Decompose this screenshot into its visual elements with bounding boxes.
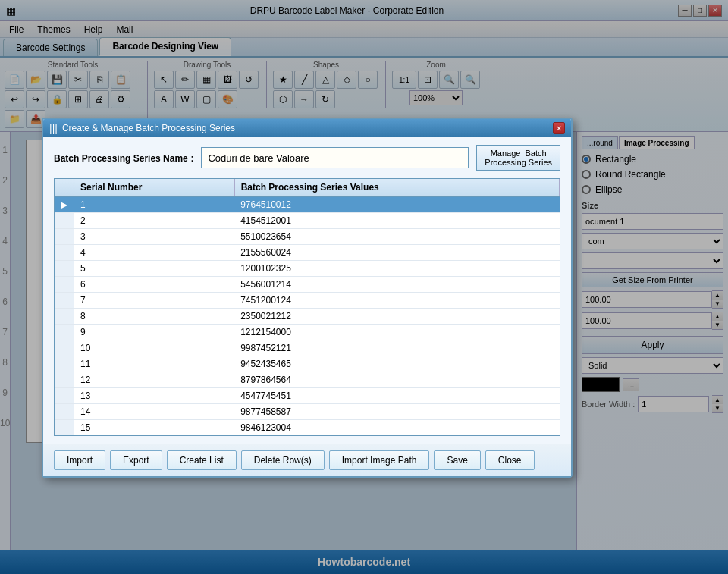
cell-serial: 2 <box>74 213 235 229</box>
row-indicator <box>55 420 74 436</box>
cell-serial: 7 <box>74 293 235 309</box>
manage-series-button[interactable]: Manage BatchProcessing Series <box>476 145 560 171</box>
row-indicator <box>55 325 74 340</box>
modal-icon: ||| <box>49 122 58 134</box>
cell-serial: 8 <box>74 309 235 325</box>
cell-value: 4547745451 <box>234 388 559 404</box>
cell-value: 9877458587 <box>234 404 559 420</box>
table-row[interactable]: 65456001214 <box>55 277 560 293</box>
row-indicator <box>55 245 74 261</box>
table-row[interactable]: 159846123004 <box>55 420 560 436</box>
cell-value: 7451200124 <box>234 293 559 309</box>
row-indicator <box>55 293 74 309</box>
cell-value: 9452435465 <box>234 356 559 372</box>
cell-value: 5456001214 <box>234 277 559 293</box>
cell-value: 1212154000 <box>234 325 559 340</box>
cell-serial: 5 <box>74 261 235 277</box>
table-row[interactable]: 77451200124 <box>55 293 560 309</box>
table-row[interactable]: 134547745451 <box>55 388 560 404</box>
cell-serial: 11 <box>74 356 235 372</box>
close-modal-button[interactable]: Close <box>485 450 535 470</box>
cell-serial: 15 <box>74 420 235 436</box>
row-indicator <box>55 229 74 245</box>
table-row[interactable]: 82350021212 <box>55 309 560 325</box>
col-serial-header: Serial Number <box>74 179 235 196</box>
cell-value: 5510023654 <box>234 229 559 245</box>
row-indicator: ▶ <box>55 196 74 213</box>
table-row[interactable]: 42155560024 <box>55 245 560 261</box>
row-indicator <box>55 372 74 388</box>
cell-serial: 10 <box>74 340 235 356</box>
table-row[interactable]: 149877458587 <box>55 404 560 420</box>
delete-rows-button[interactable]: Delete Row(s) <box>241 450 325 470</box>
cell-value: 1200102325 <box>234 261 559 277</box>
cell-serial: 9 <box>74 325 235 340</box>
row-indicator <box>55 261 74 277</box>
col-indicator-header <box>55 179 74 196</box>
cell-value: 4154512001 <box>234 213 559 229</box>
col-values-header: Batch Processing Series Values <box>234 179 559 196</box>
save-button[interactable]: Save <box>434 450 480 470</box>
table-row[interactable]: 119452435465 <box>55 356 560 372</box>
cell-value: 2155560024 <box>234 245 559 261</box>
modal-name-row: Batch Processing Series Name : Manage Ba… <box>54 145 560 171</box>
cell-value: 9846123004 <box>234 420 559 436</box>
cell-serial: 12 <box>74 372 235 388</box>
table-row[interactable]: 91212154000 <box>55 325 560 340</box>
table-row[interactable]: 24154512001 <box>55 213 560 229</box>
create-list-button[interactable]: Create List <box>167 450 237 470</box>
cell-serial: 13 <box>74 388 235 404</box>
import-button[interactable]: Import <box>54 450 105 470</box>
batch-series-modal: ||| Create & Manage Batch Processing Ser… <box>42 118 573 478</box>
table-row[interactable]: 128797864564 <box>55 372 560 388</box>
table-row[interactable]: 109987452121 <box>55 340 560 356</box>
row-indicator <box>55 340 74 356</box>
import-image-path-button[interactable]: Import Image Path <box>329 450 430 470</box>
row-indicator <box>55 309 74 325</box>
table-row[interactable]: 51200102325 <box>55 261 560 277</box>
modal-footer: Import Export Create List Delete Row(s) … <box>43 444 571 476</box>
cell-value: 2350021212 <box>234 309 559 325</box>
export-button[interactable]: Export <box>110 450 162 470</box>
modal-overlay: ||| Create & Manage Batch Processing Ser… <box>0 0 728 574</box>
cell-serial: 4 <box>74 245 235 261</box>
row-indicator <box>55 356 74 372</box>
cell-serial: 1 <box>74 196 235 213</box>
row-indicator <box>55 213 74 229</box>
cell-value: 8797864564 <box>234 372 559 388</box>
modal-close-button[interactable]: ✕ <box>553 122 565 134</box>
cell-serial: 6 <box>74 277 235 293</box>
modal-title-bar: ||| Create & Manage Batch Processing Ser… <box>43 119 571 137</box>
row-indicator <box>55 404 74 420</box>
modal-body: Batch Processing Series Name : Manage Ba… <box>43 137 571 444</box>
cell-value: 9987452121 <box>234 340 559 356</box>
series-name-input[interactable] <box>201 147 469 168</box>
cell-serial: 14 <box>74 404 235 420</box>
cell-value: 9764510012 <box>234 196 559 213</box>
row-indicator <box>55 388 74 404</box>
table-row[interactable]: 35510023654 <box>55 229 560 245</box>
batch-table: Serial Number Batch Processing Series Va… <box>55 179 560 436</box>
arrow-indicator: ▶ <box>61 199 67 210</box>
batch-table-container[interactable]: Serial Number Batch Processing Series Va… <box>54 178 560 436</box>
modal-title: Create & Manage Batch Processing Series <box>62 123 235 133</box>
modal-name-label: Batch Processing Series Name : <box>54 152 193 164</box>
table-row[interactable]: ▶19764510012 <box>55 196 560 213</box>
cell-serial: 3 <box>74 229 235 245</box>
row-indicator <box>55 277 74 293</box>
